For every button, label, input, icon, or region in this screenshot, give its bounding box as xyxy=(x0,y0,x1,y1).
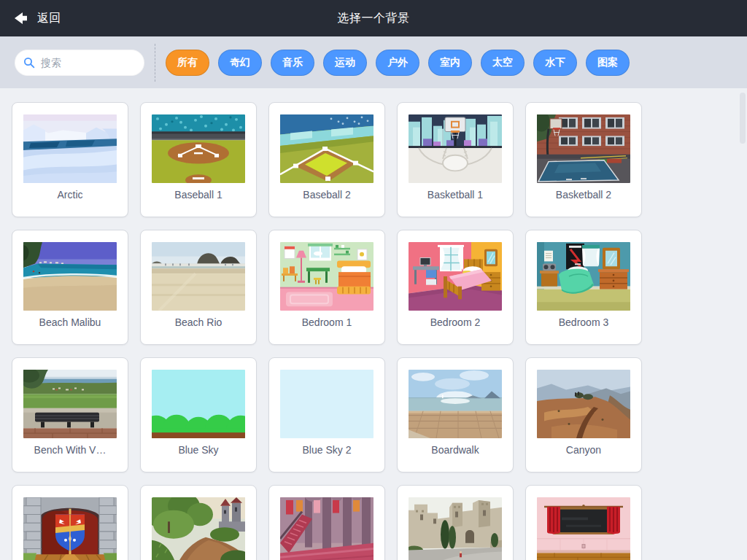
backdrop-name: Beach Rio xyxy=(141,316,256,328)
backdrop-name: Bench With V… xyxy=(12,444,128,456)
back-arrow-icon xyxy=(13,12,29,25)
tag-list: 所有奇幻音乐运动户外室内太空水下图案 xyxy=(166,50,630,76)
backdrop-card[interactable]: Baseball 2 xyxy=(268,102,385,217)
backdrop-name: Baseball 1 xyxy=(141,189,256,201)
back-button[interactable]: 返回 xyxy=(0,0,74,36)
backdrop-name: Baseball 2 xyxy=(269,189,384,201)
backdrop-card[interactable]: Bench With V… xyxy=(12,357,128,472)
backdrop-thumbnail xyxy=(23,114,117,183)
backdrop-card[interactable]: Beach Malibu xyxy=(12,230,128,345)
backdrop-name: Blue Sky xyxy=(141,444,256,456)
backdrop-card[interactable]: Boardwalk xyxy=(397,357,514,472)
backdrop-card[interactable]: Blue Sky 2 xyxy=(268,357,385,472)
backdrop-thumbnail xyxy=(23,242,117,311)
backdrop-name: Bedroom 2 xyxy=(398,316,513,328)
search-input[interactable] xyxy=(41,57,136,69)
backdrop-card[interactable]: Castle 2 xyxy=(140,485,257,560)
backdrop-name: Arctic xyxy=(12,189,128,201)
filter-tag-7[interactable]: 水下 xyxy=(533,50,577,76)
backdrop-thumbnail xyxy=(409,242,502,311)
header-bar: 返回 选择一个背景 xyxy=(0,0,747,36)
backdrop-thumbnail xyxy=(409,114,502,183)
filter-tag-4[interactable]: 户外 xyxy=(376,50,419,76)
backdrop-thumbnail xyxy=(280,497,374,560)
backdrop-card[interactable]: Arctic xyxy=(12,102,128,217)
backdrop-thumbnail xyxy=(152,497,245,560)
filter-tag-6[interactable]: 太空 xyxy=(481,50,525,76)
filter-divider xyxy=(155,44,155,82)
backdrop-card[interactable]: Bedroom 3 xyxy=(525,230,642,345)
backdrop-card[interactable]: Chalkboard xyxy=(525,485,642,560)
search-box[interactable] xyxy=(15,50,144,76)
page-title: 选择一个背景 xyxy=(338,11,410,26)
backdrop-card[interactable]: Basketball 2 xyxy=(525,102,642,217)
filter-bar: 所有奇幻音乐运动户外室内太空水下图案 xyxy=(0,36,747,88)
scrollbar-thumb[interactable] xyxy=(740,93,746,144)
backdrop-name: Canyon xyxy=(526,444,641,456)
backdrop-name: Bedroom 3 xyxy=(526,316,641,328)
backdrop-thumbnail xyxy=(537,242,630,311)
backdrop-card[interactable]: Castle 1 xyxy=(12,485,128,560)
backdrop-name: Basketball 1 xyxy=(398,189,513,201)
backdrop-thumbnail xyxy=(152,242,245,311)
backdrop-thumbnail xyxy=(537,370,630,438)
backdrop-card[interactable]: Beach Rio xyxy=(140,230,257,345)
backdrop-thumbnail xyxy=(23,370,117,438)
filter-tag-5[interactable]: 室内 xyxy=(428,50,472,76)
backdrop-card[interactable]: Bedroom 2 xyxy=(397,230,514,345)
backdrop-name: Boardwalk xyxy=(398,444,513,456)
filter-tag-0[interactable]: 所有 xyxy=(166,50,209,76)
backdrop-card[interactable]: Castle 3 xyxy=(268,485,385,560)
backdrop-name: Beach Malibu xyxy=(12,316,128,328)
backdrop-grid: Arctic Baseball 1 Baseball 2 Basketball … xyxy=(0,88,747,560)
backdrop-thumbnail xyxy=(409,497,502,560)
scrollbar-track[interactable] xyxy=(740,91,746,557)
backdrop-card[interactable]: Bedroom 1 xyxy=(268,230,385,345)
backdrop-card[interactable]: Basketball 1 xyxy=(397,102,514,217)
backdrop-card[interactable]: Baseball 1 xyxy=(140,102,257,217)
backdrop-thumbnail xyxy=(23,497,117,560)
backdrop-card[interactable]: Canyon xyxy=(525,357,642,472)
filter-tag-1[interactable]: 奇幻 xyxy=(218,50,262,76)
search-icon xyxy=(23,57,35,69)
backdrop-name: Blue Sky 2 xyxy=(269,444,384,456)
backdrop-name: Bedroom 1 xyxy=(269,316,384,328)
filter-tag-3[interactable]: 运动 xyxy=(323,50,367,76)
backdrop-thumbnail xyxy=(280,370,374,438)
backdrop-thumbnail xyxy=(152,114,245,183)
filter-tag-2[interactable]: 音乐 xyxy=(271,50,314,76)
backdrop-thumbnail xyxy=(537,114,630,183)
backdrop-thumbnail xyxy=(280,114,374,183)
backdrop-name: Basketball 2 xyxy=(526,189,641,201)
backdrop-card[interactable]: Blue Sky xyxy=(140,357,257,472)
backdrop-thumbnail xyxy=(409,370,502,438)
backdrop-thumbnail xyxy=(152,370,245,438)
backdrop-thumbnail xyxy=(280,242,374,311)
backdrop-thumbnail xyxy=(537,497,630,560)
backdrop-card[interactable]: Castle 4 xyxy=(397,485,514,560)
filter-tag-8[interactable]: 图案 xyxy=(586,50,630,76)
content-area: Arctic Baseball 1 Baseball 2 Basketball … xyxy=(0,88,747,560)
back-label: 返回 xyxy=(37,11,61,26)
